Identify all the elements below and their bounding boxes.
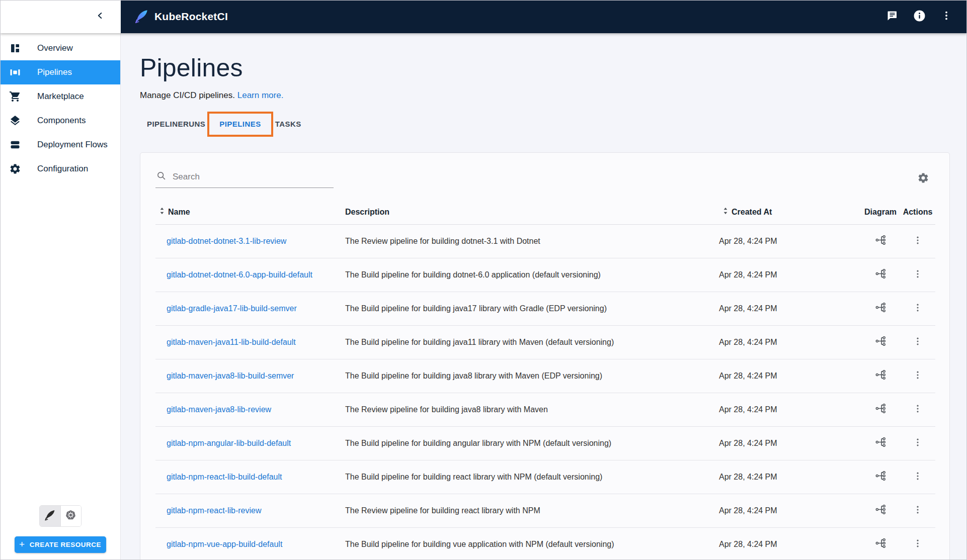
diagram-tree-icon	[875, 437, 886, 449]
pipeline-name-link[interactable]: gitlab-npm-react-lib-build-default	[167, 473, 282, 481]
diagram-button[interactable]	[872, 435, 889, 451]
pipeline-created-at: Apr 28, 4:24 PM	[719, 494, 861, 527]
pipeline-created-at: Apr 28, 4:24 PM	[719, 258, 861, 292]
column-header-created-at[interactable]: Created At	[719, 200, 861, 224]
pipeline-created-at: Apr 28, 4:24 PM	[719, 527, 861, 560]
actions-cell	[900, 494, 935, 527]
row-actions-button[interactable]	[910, 469, 926, 485]
pipeline-description: The Build pipeline for building dotnet-6…	[345, 258, 719, 292]
pipeline-name-link[interactable]: gitlab-npm-vue-app-build-default	[167, 540, 282, 548]
pipeline-name-link[interactable]: gitlab-npm-angular-lib-build-default	[167, 439, 291, 447]
diagram-button[interactable]	[872, 402, 889, 418]
tab-bar: PIPELINERUNSPIPELINESTASKS	[140, 112, 967, 136]
row-actions-button[interactable]	[910, 233, 926, 249]
pipeline-name-link[interactable]: gitlab-npm-react-lib-review	[167, 506, 262, 515]
kebab-menu-icon	[913, 269, 923, 281]
pipeline-name-link[interactable]: gitlab-maven-java8-lib-review	[167, 405, 271, 414]
pipeline-description: The Build pipeline for building vue appl…	[345, 527, 719, 560]
actions-cell	[900, 325, 935, 359]
tab-label: PIPELINERUNS	[147, 120, 205, 128]
sidebar-item-components[interactable]: Components	[0, 109, 120, 133]
pipeline-created-at: Apr 28, 4:24 PM	[719, 460, 861, 494]
diagram-button[interactable]	[872, 536, 889, 552]
learn-more-link[interactable]: Learn more.	[237, 90, 284, 100]
tab-pipelineruns[interactable]: PIPELINERUNS	[140, 112, 212, 136]
sidebar-item-label: Pipelines	[37, 67, 72, 77]
pipeline-description: The Build pipeline for building java17 l…	[345, 292, 719, 325]
tab-tasks[interactable]: TASKS	[268, 112, 308, 136]
info-button[interactable]	[913, 10, 926, 23]
column-label: Description	[345, 208, 389, 216]
pipeline-name-link[interactable]: gitlab-dotnet-dotnet-3.1-lib-review	[167, 237, 286, 245]
row-actions-button[interactable]	[910, 503, 926, 519]
pipeline-name-cell: gitlab-maven-java11-lib-build-default	[155, 325, 345, 359]
search-input[interactable]	[173, 172, 333, 182]
topbar-menu-button[interactable]	[940, 10, 953, 23]
pipeline-name-link[interactable]: gitlab-dotnet-dotnet-6.0-app-build-defau…	[167, 270, 312, 279]
diagram-tree-icon	[875, 268, 886, 281]
diagram-button[interactable]	[872, 267, 889, 283]
diagram-cell	[861, 527, 900, 560]
view-toggle-group	[39, 505, 82, 527]
sidebar-item-marketplace[interactable]: Marketplace	[0, 84, 120, 109]
sidebar-item-deployment-flows[interactable]: Deployment Flows	[0, 133, 120, 157]
sidebar-collapse-button[interactable]	[93, 9, 108, 24]
pipelines-table-card: NameDescriptionCreated AtDiagramActions …	[140, 152, 950, 560]
kebab-menu-icon	[941, 10, 952, 23]
diagram-button[interactable]	[872, 368, 889, 384]
kebab-menu-icon	[913, 505, 923, 517]
page-title: Pipelines	[140, 53, 967, 82]
pipelines-table: NameDescriptionCreated AtDiagramActions …	[155, 200, 935, 560]
actions-cell	[900, 460, 935, 494]
pipeline-description: The Review pipeline for building react l…	[345, 494, 719, 527]
row-actions-button[interactable]	[910, 435, 926, 451]
view-toggle-kubernetes[interactable]	[60, 506, 81, 526]
diagram-button[interactable]	[872, 469, 889, 485]
kebab-menu-icon	[913, 303, 923, 315]
actions-cell	[900, 224, 935, 258]
row-actions-button[interactable]	[910, 334, 926, 350]
table-row: gitlab-npm-react-lib-build-defaultThe Bu…	[155, 460, 935, 494]
diagram-button[interactable]	[872, 233, 889, 249]
diagram-tree-icon	[875, 471, 886, 483]
tab-label: PIPELINES	[219, 120, 261, 128]
diagram-tree-icon	[875, 504, 886, 517]
diagram-button[interactable]	[872, 334, 889, 350]
pipelines-icon	[9, 66, 21, 78]
pipeline-created-at: Apr 28, 4:24 PM	[719, 292, 861, 325]
diagram-button[interactable]	[872, 301, 889, 317]
pipeline-name-cell: gitlab-maven-java8-lib-build-semver	[155, 359, 345, 393]
row-actions-button[interactable]	[910, 368, 926, 384]
feedback-button[interactable]	[885, 10, 899, 23]
column-label: Diagram	[864, 208, 897, 216]
row-actions-button[interactable]	[910, 301, 926, 317]
view-toggle-kuberocketci[interactable]	[40, 506, 60, 526]
diagram-cell	[861, 460, 900, 494]
sidebar-item-label: Overview	[37, 43, 73, 53]
pipeline-name-link[interactable]: gitlab-maven-java11-lib-build-default	[167, 338, 296, 346]
diagram-button[interactable]	[872, 503, 889, 519]
row-actions-button[interactable]	[910, 267, 926, 283]
main-content: Pipelines Manage CI/CD pipelines. Learn …	[121, 33, 967, 560]
table-row: gitlab-dotnet-dotnet-6.0-app-build-defau…	[155, 258, 935, 292]
pipeline-name-link[interactable]: gitlab-maven-java8-lib-build-semver	[167, 371, 294, 380]
column-header-actions: Actions	[900, 200, 935, 224]
row-actions-button[interactable]	[910, 402, 926, 418]
row-actions-button[interactable]	[910, 536, 926, 552]
sidebar-item-label: Configuration	[37, 164, 88, 174]
pipeline-description: The Build pipeline for building java8 li…	[345, 359, 719, 393]
info-icon	[913, 10, 926, 24]
sidebar-item-overview[interactable]: Overview	[0, 36, 120, 60]
column-header-diagram: Diagram	[861, 200, 900, 224]
sidebar-item-configuration[interactable]: Configuration	[0, 157, 120, 181]
diagram-cell	[861, 292, 900, 325]
table-row: gitlab-gradle-java17-lib-build-semverThe…	[155, 292, 935, 325]
components-icon	[9, 115, 21, 127]
column-header-name[interactable]: Name	[155, 200, 345, 224]
pipeline-name-link[interactable]: gitlab-gradle-java17-lib-build-semver	[167, 304, 297, 313]
sidebar-item-label: Deployment Flows	[37, 140, 108, 150]
table-settings-button[interactable]	[917, 172, 929, 184]
tab-pipelines[interactable]: PIPELINES	[212, 112, 268, 136]
sidebar-item-pipelines[interactable]: Pipelines	[0, 60, 120, 84]
create-resource-button[interactable]: + CREATE RESOURCE	[15, 536, 106, 553]
